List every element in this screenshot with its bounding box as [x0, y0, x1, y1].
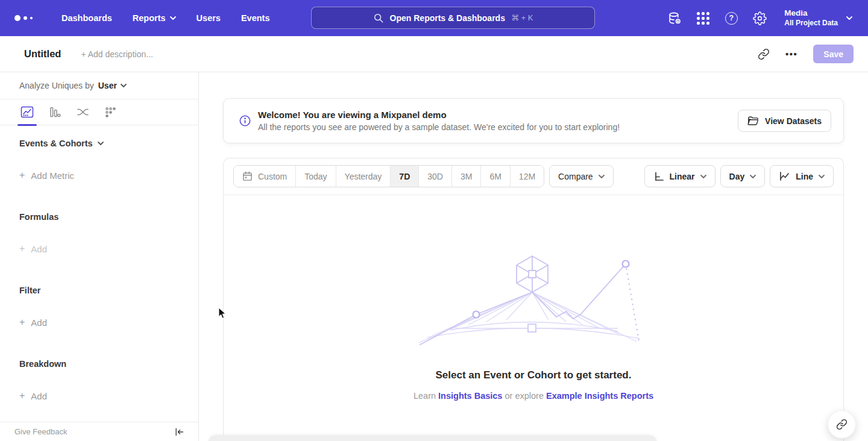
- add-description-field[interactable]: + Add description...: [81, 49, 153, 59]
- scale-dropdown[interactable]: Linear: [644, 165, 715, 187]
- date-range-segmented-control: Custom Today Yesterday 7D 30D 3M 6M 12M: [233, 165, 544, 187]
- date-range-custom-label: Custom: [258, 172, 287, 181]
- give-feedback-link[interactable]: Give Feedback: [14, 427, 67, 436]
- interval-label: Day: [729, 172, 745, 181]
- project-name: Media: [784, 8, 838, 19]
- date-range-6m[interactable]: 6M: [480, 166, 509, 187]
- banner-title: Welcome! You are viewing a Mixpanel demo: [258, 110, 620, 120]
- analyze-label: Analyze Uniques by: [19, 81, 94, 90]
- view-datasets-button[interactable]: View Datasets: [738, 110, 831, 132]
- middle-text: or explore: [505, 391, 543, 401]
- nav-users[interactable]: Users: [197, 13, 221, 23]
- tab-retention[interactable]: [96, 99, 124, 125]
- nav-events[interactable]: Events: [241, 13, 270, 23]
- results-table-peek[interactable]: [208, 435, 657, 441]
- events-cohorts-label: Events & Cohorts: [19, 139, 93, 148]
- flow-icon: [77, 107, 89, 117]
- date-range-3m-label: 3M: [461, 172, 472, 181]
- add-filter-button[interactable]: + Add: [19, 317, 179, 328]
- breakdown-label: Breakdown: [19, 359, 66, 369]
- events-cohorts-heading[interactable]: Events & Cohorts: [19, 139, 179, 148]
- add-breakdown-label: Add: [31, 391, 47, 401]
- analyze-row: Analyze Uniques by User: [0, 72, 198, 99]
- chevron-down-icon: [700, 175, 706, 178]
- search-shortcut: ⌘ + K: [511, 13, 533, 22]
- linear-axis-icon: [653, 171, 664, 182]
- tab-flow[interactable]: [69, 99, 96, 125]
- chart-type-label: Line: [796, 172, 813, 181]
- more-options-button[interactable]: •••: [785, 49, 797, 59]
- copy-link-icon[interactable]: [758, 48, 770, 60]
- interval-dropdown[interactable]: Day: [720, 165, 766, 187]
- settings-gear-icon[interactable]: [752, 11, 767, 25]
- chevron-down-icon: [121, 84, 127, 87]
- scale-label: Linear: [670, 172, 695, 181]
- tab-insights-line[interactable]: [13, 99, 41, 125]
- insights-chart-card: Custom Today Yesterday 7D 30D 3M 6M 12M …: [223, 158, 844, 441]
- folder-icon: [747, 116, 759, 126]
- link-icon: [836, 419, 848, 430]
- date-range-6m-label: 6M: [489, 172, 501, 181]
- mixpanel-logo[interactable]: [14, 15, 43, 21]
- report-title[interactable]: Untitled: [24, 48, 61, 60]
- date-range-3m[interactable]: 3M: [451, 166, 480, 187]
- empty-state-illustration: [419, 255, 648, 345]
- empty-state: Select an Event or Cohort to get started…: [224, 195, 843, 401]
- date-range-7d-label: 7D: [399, 172, 410, 181]
- date-range-yesterday-label: Yesterday: [345, 172, 382, 181]
- collapse-sidebar-icon[interactable]: [174, 427, 184, 437]
- global-search[interactable]: Open Reports & Dashboards ⌘ + K: [311, 7, 595, 29]
- compare-button[interactable]: Compare: [549, 165, 614, 187]
- add-formula-button[interactable]: + Add: [19, 243, 179, 254]
- example-insights-reports-link[interactable]: Example Insights Reports: [546, 391, 653, 401]
- chart-controls-row: Custom Today Yesterday 7D 30D 3M 6M 12M …: [224, 158, 843, 195]
- project-scope: All Project Data: [784, 19, 838, 28]
- plus-icon: +: [19, 317, 25, 328]
- help-icon[interactable]: ?: [724, 11, 738, 25]
- share-link-fab[interactable]: [828, 410, 856, 439]
- project-selector[interactable]: Media All Project Data: [784, 8, 852, 28]
- primary-nav: Dashboards Reports Users Events: [61, 13, 269, 23]
- nav-reports[interactable]: Reports: [133, 13, 176, 23]
- navbar-right: ? Media All Project Data: [667, 8, 852, 28]
- data-management-icon[interactable]: [667, 11, 682, 25]
- date-range-today-label: Today: [304, 172, 327, 181]
- date-range-custom[interactable]: Custom: [234, 166, 295, 187]
- date-range-12m[interactable]: 12M: [510, 166, 544, 187]
- chart-type-dropdown[interactable]: Line: [770, 165, 834, 187]
- plus-icon: +: [19, 243, 25, 254]
- report-main-area: Welcome! You are viewing a Mixpanel demo…: [199, 72, 868, 441]
- filter-label: Filter: [19, 286, 40, 295]
- insights-chart-icon: [20, 106, 34, 118]
- chevron-down-icon: [170, 16, 176, 20]
- nav-dashboards-label: Dashboards: [61, 13, 112, 23]
- add-breakdown-button[interactable]: + Add: [19, 390, 179, 401]
- chart-type-tabs: [0, 99, 198, 125]
- formulas-heading: Formulas: [19, 212, 179, 222]
- calendar-icon: [242, 171, 253, 181]
- date-range-yesterday[interactable]: Yesterday: [336, 166, 391, 187]
- sidebar-footer: Give Feedback: [0, 422, 198, 441]
- chevron-down-icon: [599, 175, 605, 178]
- analyze-by-dropdown[interactable]: User: [98, 81, 127, 90]
- nav-dashboards[interactable]: Dashboards: [61, 13, 112, 23]
- date-range-30d[interactable]: 30D: [418, 166, 451, 187]
- tab-bar-chart[interactable]: [41, 99, 69, 125]
- insights-basics-link[interactable]: Insights Basics: [438, 391, 502, 401]
- save-button[interactable]: Save: [813, 45, 854, 63]
- compare-label: Compare: [558, 172, 593, 181]
- add-metric-button[interactable]: + Add Metric: [19, 170, 179, 181]
- apps-grid-icon[interactable]: [696, 11, 710, 25]
- analyze-by-value: User: [98, 81, 117, 90]
- chevron-down-icon: [819, 175, 825, 178]
- date-range-7d[interactable]: 7D: [390, 166, 418, 187]
- view-datasets-label: View Datasets: [765, 116, 822, 126]
- plus-icon: +: [19, 390, 25, 401]
- bar-chart-icon: [49, 106, 61, 118]
- plus-icon: +: [19, 170, 25, 181]
- date-range-today[interactable]: Today: [295, 166, 335, 187]
- report-title-bar: Untitled + Add description... ••• Save: [0, 36, 868, 72]
- add-filter-label: Add: [31, 317, 47, 328]
- chevron-down-icon: [846, 16, 852, 20]
- nav-events-label: Events: [241, 13, 270, 23]
